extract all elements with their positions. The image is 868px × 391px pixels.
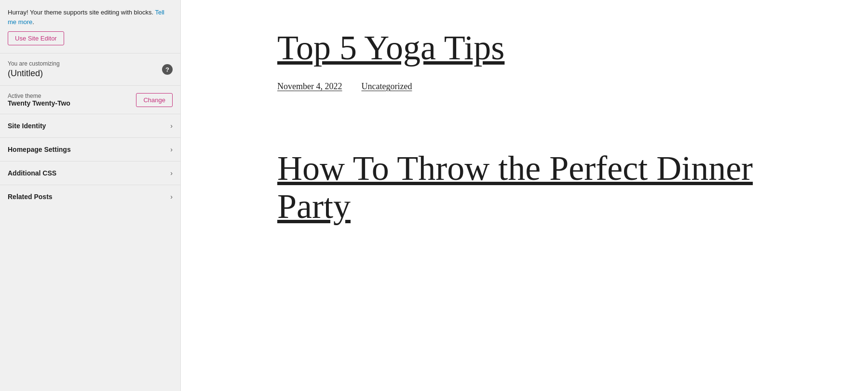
post1-category[interactable]: Uncategorized [361,81,412,92]
chevron-right-icon: › [170,193,173,201]
sidebar-nav-item[interactable]: Site Identity› [0,114,180,138]
post2-title: How To Throw the Perfect Dinner Party [277,149,810,226]
help-icon[interactable]: ? [162,64,173,75]
nav-items-container: Site Identity›Homepage Settings›Addition… [0,114,180,208]
post1-meta: November 4, 2022 Uncategorized [277,81,810,92]
post1-title: Top 5 Yoga Tips [277,29,810,67]
active-theme-info: Active theme Twenty Twenty-Two [8,93,70,107]
customizing-section: You are customizing (Untitled) ? [0,54,180,86]
chevron-right-icon: › [170,122,173,130]
change-theme-button[interactable]: Change [136,93,173,107]
customizer-sidebar: Hurray! Your theme supports site editing… [0,0,181,391]
banner-text: Hurray! Your theme supports site editing… [8,9,153,16]
sidebar-nav-item[interactable]: Additional CSS› [0,162,180,185]
customizing-title: (Untitled) [8,68,173,79]
post1-title-link[interactable]: Top 5 Yoga Tips [277,29,810,67]
post1-date[interactable]: November 4, 2022 [277,81,342,92]
active-theme-label: Active theme [8,93,70,99]
site-editor-banner: Hurray! Your theme supports site editing… [0,0,180,54]
sidebar-nav-item[interactable]: Related Posts› [0,185,180,208]
post-divider [277,121,810,149]
sidebar-nav-item[interactable]: Homepage Settings› [0,138,180,162]
chevron-right-icon: › [170,169,173,177]
preview-content: Top 5 Yoga Tips November 4, 2022 Uncateg… [181,0,868,391]
chevron-right-icon: › [170,146,173,153]
active-theme-section: Active theme Twenty Twenty-Two Change [0,86,180,114]
customizing-label: You are customizing [8,60,173,67]
post2-title-link[interactable]: How To Throw the Perfect Dinner Party [277,149,810,226]
nav-item-label: Additional CSS [8,169,56,177]
nav-item-label: Homepage Settings [8,146,71,153]
nav-item-label: Site Identity [8,122,46,130]
use-site-editor-button[interactable]: Use Site Editor [8,31,64,45]
nav-item-label: Related Posts [8,193,53,201]
active-theme-name: Twenty Twenty-Two [8,99,70,107]
